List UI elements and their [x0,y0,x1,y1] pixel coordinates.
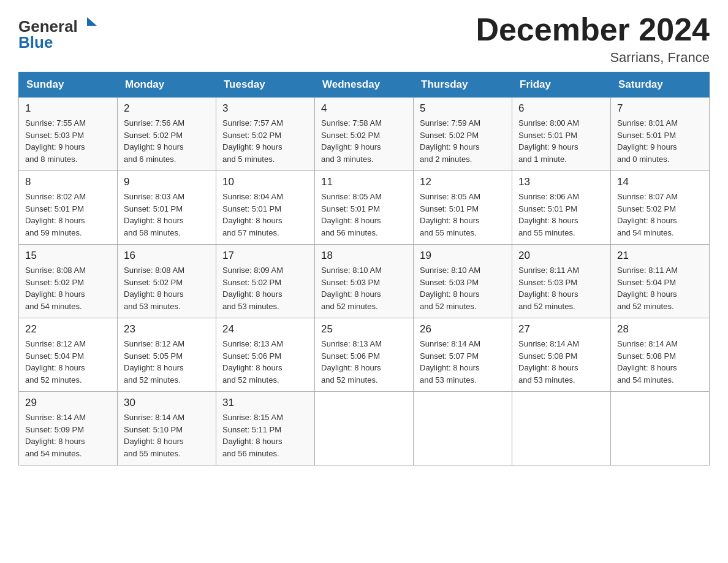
svg-text:Blue: Blue [18,33,53,52]
day-number: 7 [617,102,703,115]
calendar-week-row: 8 Sunrise: 8:02 AMSunset: 5:01 PMDayligh… [19,171,710,245]
table-row: 10 Sunrise: 8:04 AMSunset: 5:01 PMDaylig… [216,171,315,245]
calendar-week-row: 22 Sunrise: 8:12 AMSunset: 5:04 PMDaylig… [19,318,710,392]
header-saturday: Saturday [611,72,710,98]
table-row: 24 Sunrise: 8:13 AMSunset: 5:06 PMDaylig… [216,318,315,392]
day-info: Sunrise: 7:57 AMSunset: 5:02 PMDaylight:… [222,118,283,164]
day-info: Sunrise: 8:05 AMSunset: 5:01 PMDaylight:… [321,192,382,237]
day-number: 20 [518,250,604,262]
day-number: 8 [25,176,111,188]
day-info: Sunrise: 8:15 AMSunset: 5:11 PMDaylight:… [222,413,283,458]
calendar-week-row: 29 Sunrise: 8:14 AMSunset: 5:09 PMDaylig… [19,392,710,465]
header-tuesday: Tuesday [216,72,315,98]
table-row: 13 Sunrise: 8:06 AMSunset: 5:01 PMDaylig… [512,171,611,245]
day-info: Sunrise: 8:12 AMSunset: 5:05 PMDaylight:… [124,339,184,385]
table-row: 3 Sunrise: 7:57 AMSunset: 5:02 PMDayligh… [216,98,315,171]
day-number: 30 [124,397,210,409]
day-info: Sunrise: 8:00 AMSunset: 5:01 PMDaylight:… [518,118,579,164]
table-row: 28 Sunrise: 8:14 AMSunset: 5:08 PMDaylig… [611,318,710,392]
day-number: 12 [420,176,506,188]
day-info: Sunrise: 8:11 AMSunset: 5:03 PMDaylight:… [518,266,579,311]
table-row: 26 Sunrise: 8:14 AMSunset: 5:07 PMDaylig… [414,318,512,392]
table-row: 18 Sunrise: 8:10 AMSunset: 5:03 PMDaylig… [315,245,414,318]
day-info: Sunrise: 8:14 AMSunset: 5:09 PMDaylight:… [25,413,86,458]
table-row [611,392,710,465]
table-row: 27 Sunrise: 8:14 AMSunset: 5:08 PMDaylig… [512,318,611,392]
day-info: Sunrise: 8:01 AMSunset: 5:01 PMDaylight:… [617,118,678,164]
logo-svg: General Blue [18,12,98,52]
day-number: 14 [617,176,703,188]
day-number: 22 [25,323,111,335]
day-number: 24 [222,323,308,335]
table-row: 8 Sunrise: 8:02 AMSunset: 5:01 PMDayligh… [19,171,118,245]
day-number: 26 [420,323,506,335]
day-info: Sunrise: 8:14 AMSunset: 5:08 PMDaylight:… [617,339,678,385]
day-info: Sunrise: 8:06 AMSunset: 5:01 PMDaylight:… [518,192,579,237]
location: Sarrians, France [476,50,710,66]
day-number: 25 [321,323,407,335]
table-row: 12 Sunrise: 8:05 AMSunset: 5:01 PMDaylig… [414,171,512,245]
day-info: Sunrise: 8:10 AMSunset: 5:03 PMDaylight:… [321,266,382,311]
table-row: 16 Sunrise: 8:08 AMSunset: 5:02 PMDaylig… [118,245,216,318]
table-row: 30 Sunrise: 8:14 AMSunset: 5:10 PMDaylig… [118,392,216,465]
table-row [414,392,512,465]
day-info: Sunrise: 8:08 AMSunset: 5:02 PMDaylight:… [25,266,86,311]
table-row [315,392,414,465]
calendar-header-row: Sunday Monday Tuesday Wednesday Thursday… [19,72,710,98]
day-number: 27 [518,323,604,335]
table-row: 22 Sunrise: 8:12 AMSunset: 5:04 PMDaylig… [19,318,118,392]
title-area: December 2024 Sarrians, France [476,12,710,66]
day-info: Sunrise: 8:14 AMSunset: 5:08 PMDaylight:… [518,339,579,385]
day-number: 13 [518,176,604,188]
logo: General Blue [18,12,98,52]
day-info: Sunrise: 8:12 AMSunset: 5:04 PMDaylight:… [25,339,86,385]
table-row: 20 Sunrise: 8:11 AMSunset: 5:03 PMDaylig… [512,245,611,318]
table-row: 11 Sunrise: 8:05 AMSunset: 5:01 PMDaylig… [315,171,414,245]
header-wednesday: Wednesday [315,72,414,98]
day-number: 3 [222,102,308,115]
day-number: 28 [617,323,703,335]
day-number: 6 [518,102,604,115]
day-info: Sunrise: 8:04 AMSunset: 5:01 PMDaylight:… [222,192,283,237]
table-row: 21 Sunrise: 8:11 AMSunset: 5:04 PMDaylig… [611,245,710,318]
table-row: 17 Sunrise: 8:09 AMSunset: 5:02 PMDaylig… [216,245,315,318]
table-row: 7 Sunrise: 8:01 AMSunset: 5:01 PMDayligh… [611,98,710,171]
day-number: 1 [25,102,111,115]
day-info: Sunrise: 7:56 AMSunset: 5:02 PMDaylight:… [124,118,184,164]
day-info: Sunrise: 7:55 AMSunset: 5:03 PMDaylight:… [25,118,86,164]
table-row: 19 Sunrise: 8:10 AMSunset: 5:03 PMDaylig… [414,245,512,318]
day-info: Sunrise: 7:59 AMSunset: 5:02 PMDaylight:… [420,118,480,164]
table-row: 4 Sunrise: 7:58 AMSunset: 5:02 PMDayligh… [315,98,414,171]
day-info: Sunrise: 8:11 AMSunset: 5:04 PMDaylight:… [617,266,678,311]
day-number: 10 [222,176,308,188]
day-info: Sunrise: 8:10 AMSunset: 5:03 PMDaylight:… [420,266,480,311]
table-row: 5 Sunrise: 7:59 AMSunset: 5:02 PMDayligh… [414,98,512,171]
table-row: 29 Sunrise: 8:14 AMSunset: 5:09 PMDaylig… [19,392,118,465]
day-info: Sunrise: 8:13 AMSunset: 5:06 PMDaylight:… [321,339,382,385]
day-number: 4 [321,102,407,115]
calendar-table: Sunday Monday Tuesday Wednesday Thursday… [18,72,710,465]
day-number: 9 [124,176,210,188]
day-number: 19 [420,250,506,262]
header-sunday: Sunday [19,72,118,98]
calendar-week-row: 1 Sunrise: 7:55 AMSunset: 5:03 PMDayligh… [19,98,710,171]
day-number: 11 [321,176,407,188]
calendar-week-row: 15 Sunrise: 8:08 AMSunset: 5:02 PMDaylig… [19,245,710,318]
svg-marker-1 [87,17,97,26]
table-row: 1 Sunrise: 7:55 AMSunset: 5:03 PMDayligh… [19,98,118,171]
day-number: 21 [617,250,703,262]
day-number: 16 [124,250,210,262]
table-row: 23 Sunrise: 8:12 AMSunset: 5:05 PMDaylig… [118,318,216,392]
day-number: 29 [25,397,111,409]
day-info: Sunrise: 8:08 AMSunset: 5:02 PMDaylight:… [124,266,184,311]
header-monday: Monday [118,72,216,98]
month-title: December 2024 [476,12,710,47]
page-header: General Blue December 2024 Sarrians, Fra… [18,12,710,66]
day-number: 2 [124,102,210,115]
table-row: 9 Sunrise: 8:03 AMSunset: 5:01 PMDayligh… [118,171,216,245]
day-number: 5 [420,102,506,115]
day-info: Sunrise: 8:02 AMSunset: 5:01 PMDaylight:… [25,192,86,237]
day-info: Sunrise: 7:58 AMSunset: 5:02 PMDaylight:… [321,118,382,164]
day-info: Sunrise: 8:14 AMSunset: 5:10 PMDaylight:… [124,413,184,458]
table-row: 6 Sunrise: 8:00 AMSunset: 5:01 PMDayligh… [512,98,611,171]
